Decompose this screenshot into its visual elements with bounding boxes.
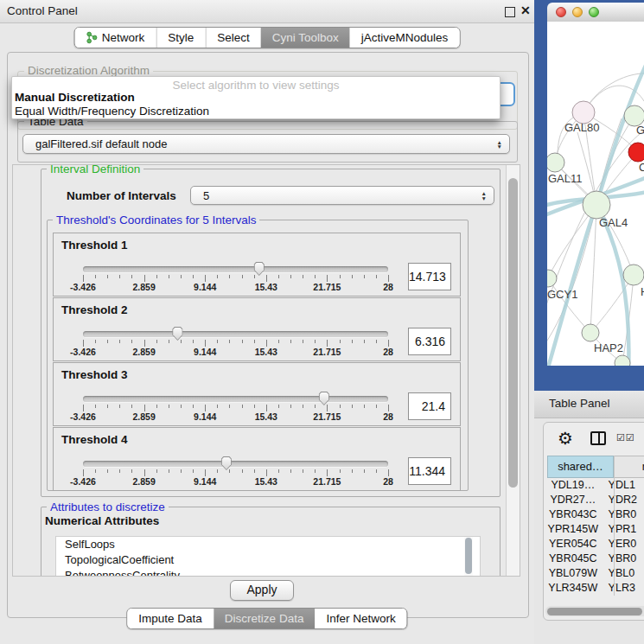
- tab-infer-network[interactable]: Infer Network: [315, 609, 406, 628]
- dropdown-option-manual-discretization[interactable]: Manual Discretization: [15, 91, 135, 105]
- table-data-combobox[interactable]: galFiltered.sif default node ▲▼: [22, 134, 510, 154]
- settings-scrollbar[interactable]: [506, 165, 520, 576]
- algorithm-dropdown-popup: Select algorithm to view settings Manual…: [11, 76, 501, 119]
- tick-mark: [144, 275, 145, 282]
- slider-thumb[interactable]: [171, 326, 184, 341]
- table-row[interactable]: YDR27…YDR2: [547, 493, 644, 507]
- network-node-c[interactable]: [628, 143, 644, 162]
- network-node-gal4[interactable]: [583, 191, 610, 219]
- split-columns-icon[interactable]: [590, 431, 606, 445]
- tab-cyni-toolbox[interactable]: Cyni Toolbox: [261, 28, 350, 48]
- slider-thumb[interactable]: [252, 261, 265, 276]
- close-traffic-light-icon[interactable]: [556, 7, 566, 17]
- slider-track[interactable]: [83, 396, 388, 402]
- tick-mark: [144, 340, 145, 347]
- tab-network[interactable]: Network: [75, 28, 156, 48]
- settings-scrollpane: Interval Definition Number of Intervals …: [12, 164, 520, 577]
- tick-mark: [83, 340, 84, 347]
- table-horizontal-scrollbar-thumb[interactable]: [547, 608, 642, 615]
- threshold-value-field[interactable]: 11.344: [408, 457, 451, 485]
- table-row[interactable]: YPR145WYPR1: [547, 522, 644, 537]
- column-header-name[interactable]: na: [614, 456, 644, 478]
- tab-label: Cyni Toolbox: [272, 31, 339, 44]
- tick-mark: [181, 405, 182, 408]
- numeric-attribute-list[interactable]: SelfLoopsTopologicalCoefficientBetweenne…: [55, 536, 481, 577]
- close-icon[interactable]: ✕: [520, 3, 531, 17]
- tick-label: 28: [383, 282, 393, 292]
- slider-thumb[interactable]: [220, 456, 233, 470]
- settings-scrollbar-thumb[interactable]: [508, 178, 518, 488]
- table-row[interactable]: YBR045CYBR0: [547, 552, 644, 566]
- tab-jactivemnodules[interactable]: jActiveMNodules: [350, 28, 460, 48]
- tab-discretize-data[interactable]: Discretize Data: [214, 609, 316, 628]
- table-row[interactable]: YLR345WYLR3: [547, 581, 644, 596]
- gear-icon[interactable]: ⚙: [558, 428, 573, 449]
- tick-mark: [376, 275, 377, 278]
- tick-label: -3.426: [70, 476, 96, 487]
- tick-mark: [217, 469, 218, 473]
- tick-mark: [352, 340, 353, 343]
- tick-mark: [95, 340, 96, 343]
- table-row[interactable]: YDL19…YDL1: [547, 478, 644, 493]
- network-node-gal11[interactable]: [547, 153, 564, 172]
- tick-label: 28: [383, 347, 393, 357]
- tick-mark: [156, 275, 157, 278]
- select-columns-icon[interactable]: ☑☑: [616, 432, 635, 443]
- tick-mark: [376, 405, 377, 408]
- tick-mark: [193, 340, 194, 343]
- table-row[interactable]: YBR043CYBR0: [547, 507, 644, 522]
- attribute-item[interactable]: SelfLoops: [56, 537, 480, 552]
- threshold-slider[interactable]: -3.4262.8599.14415.4321.71528: [83, 233, 388, 296]
- slider-track[interactable]: [83, 331, 388, 337]
- tick-mark: [242, 275, 243, 278]
- threshold-slider[interactable]: -3.4262.8599.14415.4321.71528: [83, 363, 388, 425]
- table-horizontal-scrollbar[interactable]: [545, 606, 644, 616]
- threshold-value-field[interactable]: 14.713: [408, 263, 451, 290]
- attribute-list-scrollbar-thumb[interactable]: [465, 538, 472, 574]
- discretization-algorithm-label: Discretization Algorithm: [24, 64, 153, 77]
- threshold-slider[interactable]: -3.4262.8599.14415.4321.71528: [83, 428, 388, 490]
- float-window-icon[interactable]: [505, 7, 515, 17]
- tab-label: Network: [102, 31, 145, 44]
- slider-thumb[interactable]: [317, 391, 330, 405]
- tick-label: -3.426: [70, 282, 96, 292]
- tick-mark: [266, 340, 267, 347]
- tab-select[interactable]: Select: [205, 28, 261, 48]
- threshold-value-field[interactable]: 6.316: [408, 328, 451, 355]
- slider-tick-labels: -3.4262.8599.14415.4321.71528: [83, 476, 388, 487]
- number-of-intervals-combobox[interactable]: 5 ▲▼: [190, 186, 494, 205]
- network-node-gcy1[interactable]: [547, 270, 557, 287]
- tick-mark: [131, 275, 132, 278]
- node-table: shared… na YDL19…YDL1YDR27…YDR2YBR043CYB…: [547, 456, 644, 596]
- slider-tick-labels: -3.4262.8599.14415.4321.71528: [83, 411, 388, 422]
- slider-track[interactable]: [83, 266, 388, 272]
- cell-name: YER0: [599, 537, 644, 552]
- tab-style[interactable]: Style: [156, 28, 205, 48]
- tick-mark: [193, 405, 194, 408]
- attribute-item[interactable]: BetweennessCentrality: [56, 568, 480, 577]
- tab-impute-data[interactable]: Impute Data: [127, 609, 214, 628]
- minimize-traffic-light-icon[interactable]: [572, 7, 583, 17]
- attribute-list-scrollbar[interactable]: [464, 537, 473, 577]
- column-header-shared-name[interactable]: shared…: [547, 456, 614, 478]
- tick-mark: [303, 469, 303, 473]
- threshold-slider[interactable]: -3.4262.8599.14415.4321.71528: [83, 298, 388, 360]
- table-row[interactable]: YER054CYER0: [547, 537, 644, 552]
- threshold-1-box: Threshold 1 -3.4262.8599.14415.4321.7152…: [53, 233, 461, 296]
- attribute-item[interactable]: TopologicalCoefficient: [56, 552, 480, 568]
- tick-mark: [156, 469, 157, 473]
- network-node-hap2[interactable]: [582, 324, 599, 341]
- network-view-canvas[interactable]: GAL80GACGAL11GAL4GCY1HHAP2: [547, 22, 644, 366]
- tick-mark: [95, 405, 96, 408]
- panel-title: Control Panel: [7, 4, 78, 17]
- column-divider[interactable]: [614, 456, 615, 596]
- zoom-traffic-light-icon[interactable]: [589, 7, 599, 17]
- network-node-h[interactable]: [623, 265, 644, 285]
- apply-button[interactable]: Apply: [230, 580, 294, 601]
- cell-shared-name: YBR043C: [547, 507, 599, 522]
- slider-track[interactable]: [83, 461, 388, 467]
- dropdown-option-equal-width-frequency[interactable]: Equal Width/Frequency Discretization: [15, 105, 209, 118]
- table-row[interactable]: YBL079WYBL0: [547, 566, 644, 581]
- threshold-value-field[interactable]: 21.4: [408, 392, 451, 420]
- cell-shared-name: YER054C: [547, 537, 599, 552]
